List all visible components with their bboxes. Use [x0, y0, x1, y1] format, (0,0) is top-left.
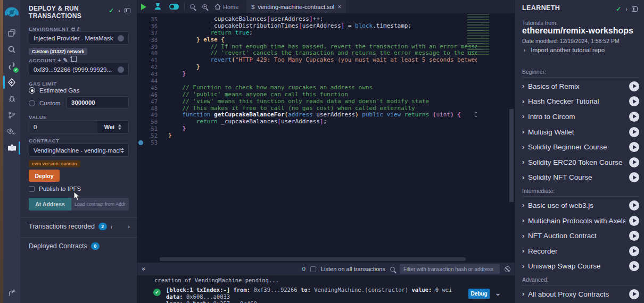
deployed-contracts-row[interactable]: Deployed Contracts 0 [29, 242, 130, 250]
code-line[interactable]: } [168, 71, 477, 78]
at-address-button[interactable]: At Address [29, 198, 71, 211]
learneth-book-icon[interactable] [3, 140, 20, 156]
run-script-icon[interactable] [137, 0, 150, 13]
line-number[interactable]: 48 [137, 105, 167, 112]
line-number[interactable]: 52 [137, 132, 167, 139]
info-icon[interactable]: i [111, 223, 112, 230]
line-number[interactable]: 49 [137, 112, 167, 119]
tutorial-item[interactable]: ›NFT Auction Contract [522, 228, 639, 243]
line-number[interactable]: 36 [137, 23, 167, 30]
tutorial-item[interactable]: ›Basic use of web3.js [522, 198, 639, 213]
value-unit-select[interactable]: Wei [97, 124, 128, 130]
line-number[interactable]: 35 [137, 16, 167, 23]
panel-pin-icon[interactable] [125, 8, 130, 13]
line-number[interactable]: 45 [137, 85, 167, 91]
zoom-in-icon[interactable]: + [199, 0, 211, 13]
copy-account-icon[interactable] [70, 57, 74, 62]
line-number[interactable]: 43 [137, 71, 167, 78]
ai-toggle-icon[interactable] [166, 0, 183, 13]
editor-minimap[interactable] [467, 14, 498, 56]
play-tutorial-button[interactable] [629, 289, 639, 299]
deploy-button[interactable]: Deploy [29, 170, 60, 182]
play-tutorial-button[interactable] [629, 172, 639, 182]
code-line[interactable]: } [168, 64, 477, 71]
transactions-recorded-row[interactable]: Transactions recorded 2 i › [29, 223, 130, 230]
tutorial-item[interactable]: ›Multichain Protocols with Axelar [522, 213, 639, 229]
deploy-run-icon[interactable] [3, 74, 20, 90]
custom-gas-input[interactable] [67, 96, 129, 108]
tutorial-item[interactable]: ›Basics of Remix [522, 79, 639, 94]
line-number[interactable]: 50 [137, 119, 167, 125]
terminal-search-icon[interactable] [390, 267, 395, 272]
line-number[interactable]: 53 [137, 139, 167, 146]
line-number[interactable]: 44 [137, 78, 167, 85]
breakpoint-dot[interactable] [138, 140, 143, 145]
assistant-icon[interactable] [150, 0, 166, 13]
play-tutorial-button[interactable] [629, 216, 639, 226]
debugger-icon[interactable] [3, 90, 20, 107]
solidity-compiler-icon[interactable]: ✓ [3, 57, 20, 74]
play-tutorial-button[interactable] [629, 157, 639, 167]
line-number[interactable]: 42 [137, 64, 167, 71]
line-number[interactable]: 39 [137, 44, 167, 50]
home-tab[interactable]: Home [211, 0, 242, 13]
clear-terminal-icon[interactable] [505, 266, 510, 272]
editor-horizontal-scrollbar[interactable] [160, 257, 466, 261]
tutorial-item[interactable]: ›Uniswap Swap Course [522, 259, 639, 274]
unit-stepper-icon[interactable] [118, 124, 121, 130]
code-line[interactable]: return _cupcakeBalances[userAddress]; [168, 119, 477, 125]
tutorial-item[interactable]: ›Solidity Beginner Course [522, 139, 639, 155]
plugin-plug-icon[interactable] [3, 284, 20, 301]
learneth-chevron-icon[interactable]: › [625, 6, 628, 12]
environment-select[interactable]: Injected Provider - MetaMask [29, 31, 129, 45]
code-line[interactable]: } [168, 125, 477, 132]
listen-all-checkbox[interactable] [310, 266, 316, 272]
terminal-filter-input[interactable] [400, 264, 500, 274]
line-number[interactable]: 51 [137, 125, 167, 132]
line-number[interactable]: 47 [137, 98, 167, 105]
expand-transactions-icon[interactable]: › [128, 223, 130, 230]
editor-gutter[interactable]: 35363738394041424344454647484950515253 [137, 16, 167, 146]
panel-chevron-icon[interactable]: › [118, 7, 120, 14]
play-tutorial-button[interactable] [629, 231, 639, 241]
play-tutorial-button[interactable] [629, 96, 639, 106]
play-tutorial-button[interactable] [629, 142, 639, 152]
tutorial-item[interactable]: ›Recorder [522, 243, 639, 259]
debug-button[interactable]: Debug [468, 289, 490, 299]
file-explorer-icon[interactable] [3, 24, 20, 41]
collapse-terminal-icon[interactable]: « [139, 267, 147, 271]
play-tutorial-button[interactable] [629, 200, 639, 211]
tutorial-item[interactable]: ›Solidity NFT Course [522, 170, 639, 186]
tutorial-item[interactable]: ›Multisig Wallet [522, 124, 639, 140]
settings-gear-icon[interactable] [3, 123, 20, 140]
tx-log[interactable]: [block:1 txIndex:-] from: 0xf39...92266 … [166, 287, 464, 303]
tutorial-item[interactable]: ›All about Proxy Contracts [522, 287, 639, 302]
code-line[interactable]: revert("HTTP 429: Too Many Cupcakes (you… [168, 57, 477, 64]
tutorial-item[interactable]: ›Hash Checker Tutorial [522, 94, 639, 110]
search-icon[interactable] [3, 41, 20, 57]
editor-vertical-scrollbar[interactable] [509, 109, 514, 202]
import-tutorial-row[interactable]: › Import another tutorial repo [524, 47, 605, 53]
play-tutorial-button[interactable] [629, 246, 639, 256]
play-tutorial-button[interactable] [629, 112, 639, 122]
account-select[interactable]: 0xf39...92266 (9999.99929... [29, 63, 129, 76]
remix-logo[interactable] [3, 0, 20, 24]
contract-select[interactable]: VendingMachine - vending-machin [29, 144, 129, 157]
line-number[interactable]: 38 [137, 37, 167, 44]
code-line[interactable]: } [168, 132, 477, 139]
play-tutorial-button[interactable] [629, 81, 639, 91]
play-tutorial-button[interactable] [629, 261, 639, 271]
value-input[interactable] [29, 121, 97, 133]
play-tutorial-button[interactable] [629, 127, 639, 137]
zoom-out-icon[interactable]: – [186, 0, 199, 13]
line-number[interactable]: 37 [137, 30, 167, 37]
line-number[interactable]: 46 [137, 91, 167, 98]
close-tab-icon[interactable]: × [337, 3, 341, 11]
estimated-gas-radio[interactable]: Estimated Gas [29, 87, 79, 94]
expand-log-icon[interactable]: ⌄ [495, 289, 501, 297]
code-line[interactable] [168, 139, 477, 146]
line-number[interactable]: 40 [137, 50, 167, 57]
custom-gas-radio[interactable]: Custom [29, 100, 61, 106]
tutorial-item[interactable]: ›Intro to Circom [522, 109, 639, 124]
git-branch-icon[interactable] [3, 107, 20, 123]
